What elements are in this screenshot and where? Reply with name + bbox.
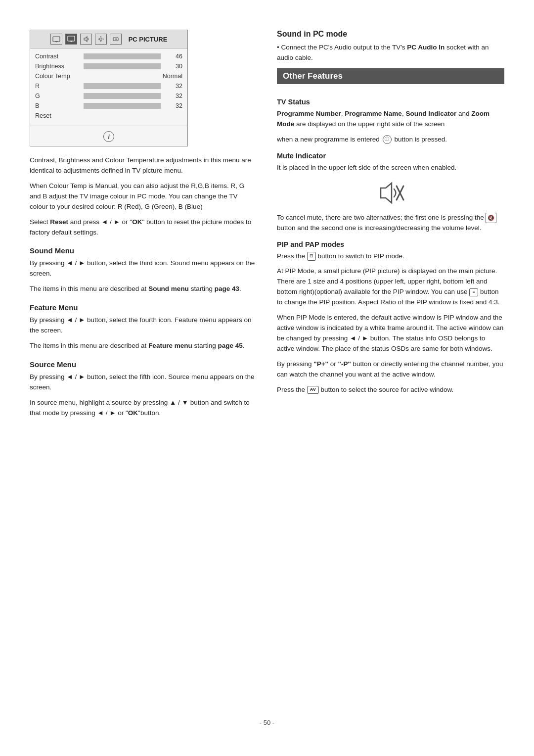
r-label: R [35,83,80,90]
tv-status-text: Programme Number, Programme Name, Sound … [277,109,504,130]
feature-menu-heading: Feature Menu [30,303,257,312]
pip-button-icon: ⊟ [307,252,316,261]
source-menu-text-2: In source menu, highlight a source by pr… [30,398,257,419]
tv-status-text-2: when a new programme is entered ⓘ button… [277,135,504,145]
sound-icon [80,34,92,45]
colour-temp-value: Normal [163,73,182,80]
info-btn-icon: ⓘ [383,135,392,144]
pip-pap-text-1: Press the ⊟ button to switch to PIP mode… [277,251,504,262]
r-value: 32 [165,83,182,90]
pip-pap-text-3: When PIP Mode is entered, the default ac… [277,313,504,354]
two-column-layout: PC PICTURE Contrast 46 Brightness 30 [30,30,504,704]
pip-pap-text-2: At PIP Mode, a small picture (PIP pictur… [277,266,504,308]
menu-icons [50,34,122,45]
source-menu-heading: Source Menu [30,360,257,369]
mute-button-icon: 🔇 [486,213,496,223]
page: PC PICTURE Contrast 46 Brightness 30 [0,0,534,756]
svg-marker-6 [84,37,87,42]
reset-row: Reset [35,111,182,121]
g-row: G 32 [35,91,182,101]
intro-text-1: Contrast, Brightness and Colour Temperat… [30,155,257,176]
contrast-bar [84,53,161,59]
b-value: 32 [165,102,182,109]
svg-marker-15 [381,183,392,203]
right-column: Sound in PC mode • Connect the PC's Audi… [277,30,504,704]
g-label: G [35,93,80,99]
mute-indicator-text-2: To cancel mute, there are two alternativ… [277,213,504,234]
intro-text-2: When Colour Temp is Manual, you can also… [30,181,257,212]
g-bar [84,93,161,99]
sound-menu-text-2: The items in this menu are described at … [30,284,257,294]
r-row: R 32 [35,81,182,91]
feature-menu-text-1: By pressing ◄ / ► button, select the fou… [30,315,257,336]
mute-indicator-text-1: It is placed in the upper left side of t… [277,163,504,173]
svg-marker-14 [116,38,117,41]
sound-menu-heading: Sound Menu [30,246,257,255]
reset-label: Reset [35,112,80,119]
brightness-bar [84,63,161,69]
pc-picture-rows: Contrast 46 Brightness 30 Colour Temp [30,48,187,126]
sound-in-pc-text: • Connect the PC's Audio output to the T… [277,43,504,63]
brightness-value: 30 [165,63,182,70]
settings-icon [95,34,107,45]
feature-menu-text-2: The items in this menu are described at … [30,341,257,351]
sound-menu-text-1: By pressing ◄ / ► button, select the thi… [30,258,257,279]
pip-pap-text-4: By pressing "P+" or "-P" button or direc… [277,359,504,380]
left-column: PC PICTURE Contrast 46 Brightness 30 [30,30,257,704]
epg-button-icon: ≡ [469,288,478,296]
page-number: - 50 - [30,719,504,726]
info-icon: i [103,131,114,142]
intro-text-3: Select Reset and press ◄ / ► or "OK" but… [30,217,257,238]
tv-status-heading: TV Status [277,98,504,106]
svg-rect-0 [53,37,60,42]
mute-indicator-heading: Mute Indicator [277,152,504,160]
b-label: B [35,102,80,109]
b-bar [84,103,161,109]
pc-picture-info-bar: i [30,126,187,146]
colour-temp-row: Colour Temp Normal [35,71,182,81]
source-menu-text-1: By pressing ◄ / ► button, select the fif… [30,372,257,393]
sound-in-pc-heading: Sound in PC mode [277,30,504,39]
source-icon [110,34,122,45]
b-row: B 32 [35,101,182,111]
mute-icon-svg [376,178,405,208]
svg-rect-3 [68,36,75,41]
pc-picture-title: PC PICTURE [129,36,168,43]
pc-picture-header: PC PICTURE [30,30,187,48]
pc-picture-menu-box: PC PICTURE Contrast 46 Brightness 30 [30,30,188,146]
contrast-label: Contrast [35,53,80,60]
g-value: 32 [165,93,182,99]
other-features-header: Other Features [277,68,504,84]
r-bar [84,83,161,89]
svg-point-7 [99,38,102,41]
av-button-icon: AV [307,386,319,394]
mute-icon-area [277,178,504,208]
brightness-row: Brightness 30 [35,61,182,71]
monitor-icon [65,34,77,45]
tv-icon [50,34,62,45]
pip-pap-text-5: Press the AV button to select the source… [277,385,504,395]
pip-pap-heading: PIP and PAP modes [277,240,504,248]
contrast-row: Contrast 46 [35,51,182,61]
colour-temp-label: Colour Temp [35,73,80,80]
contrast-value: 46 [165,53,182,60]
brightness-label: Brightness [35,63,80,70]
